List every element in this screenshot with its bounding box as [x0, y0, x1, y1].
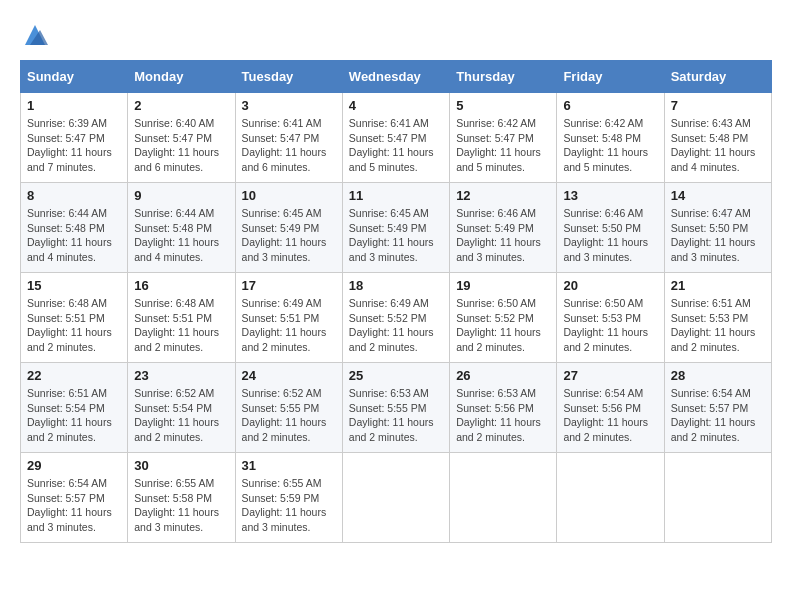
day-info-3: Sunrise: 6:41 AMSunset: 5:47 PMDaylight:… — [242, 116, 336, 175]
day-info-22: Sunrise: 6:51 AMSunset: 5:54 PMDaylight:… — [27, 386, 121, 445]
calendar-day-17: 17Sunrise: 6:49 AMSunset: 5:51 PMDayligh… — [235, 273, 342, 363]
calendar-day-5: 5Sunrise: 6:42 AMSunset: 5:47 PMDaylight… — [450, 93, 557, 183]
weekday-header-friday: Friday — [557, 61, 664, 93]
weekday-header-saturday: Saturday — [664, 61, 771, 93]
day-number-4: 4 — [349, 98, 443, 113]
calendar-header: SundayMondayTuesdayWednesdayThursdayFrid… — [21, 61, 772, 93]
day-number-12: 12 — [456, 188, 550, 203]
day-info-27: Sunrise: 6:54 AMSunset: 5:56 PMDaylight:… — [563, 386, 657, 445]
day-number-16: 16 — [134, 278, 228, 293]
day-info-31: Sunrise: 6:55 AMSunset: 5:59 PMDaylight:… — [242, 476, 336, 535]
calendar-day-15: 15Sunrise: 6:48 AMSunset: 5:51 PMDayligh… — [21, 273, 128, 363]
day-number-8: 8 — [27, 188, 121, 203]
day-info-20: Sunrise: 6:50 AMSunset: 5:53 PMDaylight:… — [563, 296, 657, 355]
calendar-day-8: 8Sunrise: 6:44 AMSunset: 5:48 PMDaylight… — [21, 183, 128, 273]
calendar-day-31: 31Sunrise: 6:55 AMSunset: 5:59 PMDayligh… — [235, 453, 342, 543]
calendar-day-13: 13Sunrise: 6:46 AMSunset: 5:50 PMDayligh… — [557, 183, 664, 273]
day-number-13: 13 — [563, 188, 657, 203]
day-number-10: 10 — [242, 188, 336, 203]
calendar-day-24: 24Sunrise: 6:52 AMSunset: 5:55 PMDayligh… — [235, 363, 342, 453]
day-number-3: 3 — [242, 98, 336, 113]
calendar-week-5: 29Sunrise: 6:54 AMSunset: 5:57 PMDayligh… — [21, 453, 772, 543]
calendar-day-4: 4Sunrise: 6:41 AMSunset: 5:47 PMDaylight… — [342, 93, 449, 183]
calendar-week-3: 15Sunrise: 6:48 AMSunset: 5:51 PMDayligh… — [21, 273, 772, 363]
day-number-24: 24 — [242, 368, 336, 383]
day-info-2: Sunrise: 6:40 AMSunset: 5:47 PMDaylight:… — [134, 116, 228, 175]
day-number-18: 18 — [349, 278, 443, 293]
weekday-header-tuesday: Tuesday — [235, 61, 342, 93]
day-info-21: Sunrise: 6:51 AMSunset: 5:53 PMDaylight:… — [671, 296, 765, 355]
day-number-15: 15 — [27, 278, 121, 293]
calendar-day-9: 9Sunrise: 6:44 AMSunset: 5:48 PMDaylight… — [128, 183, 235, 273]
day-info-15: Sunrise: 6:48 AMSunset: 5:51 PMDaylight:… — [27, 296, 121, 355]
calendar-day-26: 26Sunrise: 6:53 AMSunset: 5:56 PMDayligh… — [450, 363, 557, 453]
day-number-31: 31 — [242, 458, 336, 473]
day-number-22: 22 — [27, 368, 121, 383]
day-number-9: 9 — [134, 188, 228, 203]
day-info-23: Sunrise: 6:52 AMSunset: 5:54 PMDaylight:… — [134, 386, 228, 445]
day-number-28: 28 — [671, 368, 765, 383]
day-number-21: 21 — [671, 278, 765, 293]
calendar-week-4: 22Sunrise: 6:51 AMSunset: 5:54 PMDayligh… — [21, 363, 772, 453]
day-info-1: Sunrise: 6:39 AMSunset: 5:47 PMDaylight:… — [27, 116, 121, 175]
calendar-day-27: 27Sunrise: 6:54 AMSunset: 5:56 PMDayligh… — [557, 363, 664, 453]
day-number-7: 7 — [671, 98, 765, 113]
day-info-9: Sunrise: 6:44 AMSunset: 5:48 PMDaylight:… — [134, 206, 228, 265]
page-header — [20, 20, 772, 50]
calendar-table: SundayMondayTuesdayWednesdayThursdayFrid… — [20, 60, 772, 543]
day-number-11: 11 — [349, 188, 443, 203]
calendar-day-3: 3Sunrise: 6:41 AMSunset: 5:47 PMDaylight… — [235, 93, 342, 183]
day-info-8: Sunrise: 6:44 AMSunset: 5:48 PMDaylight:… — [27, 206, 121, 265]
empty-cell — [450, 453, 557, 543]
day-number-1: 1 — [27, 98, 121, 113]
calendar-day-6: 6Sunrise: 6:42 AMSunset: 5:48 PMDaylight… — [557, 93, 664, 183]
calendar-day-11: 11Sunrise: 6:45 AMSunset: 5:49 PMDayligh… — [342, 183, 449, 273]
empty-cell — [557, 453, 664, 543]
weekday-header-thursday: Thursday — [450, 61, 557, 93]
calendar-day-20: 20Sunrise: 6:50 AMSunset: 5:53 PMDayligh… — [557, 273, 664, 363]
day-info-4: Sunrise: 6:41 AMSunset: 5:47 PMDaylight:… — [349, 116, 443, 175]
calendar-day-28: 28Sunrise: 6:54 AMSunset: 5:57 PMDayligh… — [664, 363, 771, 453]
day-info-7: Sunrise: 6:43 AMSunset: 5:48 PMDaylight:… — [671, 116, 765, 175]
calendar-day-16: 16Sunrise: 6:48 AMSunset: 5:51 PMDayligh… — [128, 273, 235, 363]
day-info-28: Sunrise: 6:54 AMSunset: 5:57 PMDaylight:… — [671, 386, 765, 445]
day-number-20: 20 — [563, 278, 657, 293]
day-number-27: 27 — [563, 368, 657, 383]
weekday-header-monday: Monday — [128, 61, 235, 93]
calendar-day-21: 21Sunrise: 6:51 AMSunset: 5:53 PMDayligh… — [664, 273, 771, 363]
day-number-5: 5 — [456, 98, 550, 113]
day-number-19: 19 — [456, 278, 550, 293]
day-info-17: Sunrise: 6:49 AMSunset: 5:51 PMDaylight:… — [242, 296, 336, 355]
calendar-day-1: 1Sunrise: 6:39 AMSunset: 5:47 PMDaylight… — [21, 93, 128, 183]
day-number-25: 25 — [349, 368, 443, 383]
calendar-day-14: 14Sunrise: 6:47 AMSunset: 5:50 PMDayligh… — [664, 183, 771, 273]
calendar-week-2: 8Sunrise: 6:44 AMSunset: 5:48 PMDaylight… — [21, 183, 772, 273]
day-info-12: Sunrise: 6:46 AMSunset: 5:49 PMDaylight:… — [456, 206, 550, 265]
day-info-6: Sunrise: 6:42 AMSunset: 5:48 PMDaylight:… — [563, 116, 657, 175]
logo-icon — [20, 20, 50, 50]
day-info-5: Sunrise: 6:42 AMSunset: 5:47 PMDaylight:… — [456, 116, 550, 175]
day-info-11: Sunrise: 6:45 AMSunset: 5:49 PMDaylight:… — [349, 206, 443, 265]
empty-cell — [664, 453, 771, 543]
day-info-24: Sunrise: 6:52 AMSunset: 5:55 PMDaylight:… — [242, 386, 336, 445]
day-number-26: 26 — [456, 368, 550, 383]
calendar-day-10: 10Sunrise: 6:45 AMSunset: 5:49 PMDayligh… — [235, 183, 342, 273]
logo — [20, 20, 54, 50]
calendar-week-1: 1Sunrise: 6:39 AMSunset: 5:47 PMDaylight… — [21, 93, 772, 183]
weekday-header-sunday: Sunday — [21, 61, 128, 93]
day-number-23: 23 — [134, 368, 228, 383]
weekday-header-wednesday: Wednesday — [342, 61, 449, 93]
day-info-14: Sunrise: 6:47 AMSunset: 5:50 PMDaylight:… — [671, 206, 765, 265]
calendar-day-29: 29Sunrise: 6:54 AMSunset: 5:57 PMDayligh… — [21, 453, 128, 543]
calendar-day-12: 12Sunrise: 6:46 AMSunset: 5:49 PMDayligh… — [450, 183, 557, 273]
calendar-day-23: 23Sunrise: 6:52 AMSunset: 5:54 PMDayligh… — [128, 363, 235, 453]
day-info-25: Sunrise: 6:53 AMSunset: 5:55 PMDaylight:… — [349, 386, 443, 445]
day-info-16: Sunrise: 6:48 AMSunset: 5:51 PMDaylight:… — [134, 296, 228, 355]
calendar-day-30: 30Sunrise: 6:55 AMSunset: 5:58 PMDayligh… — [128, 453, 235, 543]
day-info-10: Sunrise: 6:45 AMSunset: 5:49 PMDaylight:… — [242, 206, 336, 265]
day-info-18: Sunrise: 6:49 AMSunset: 5:52 PMDaylight:… — [349, 296, 443, 355]
day-number-30: 30 — [134, 458, 228, 473]
calendar-day-25: 25Sunrise: 6:53 AMSunset: 5:55 PMDayligh… — [342, 363, 449, 453]
day-number-17: 17 — [242, 278, 336, 293]
weekday-header-row: SundayMondayTuesdayWednesdayThursdayFrid… — [21, 61, 772, 93]
